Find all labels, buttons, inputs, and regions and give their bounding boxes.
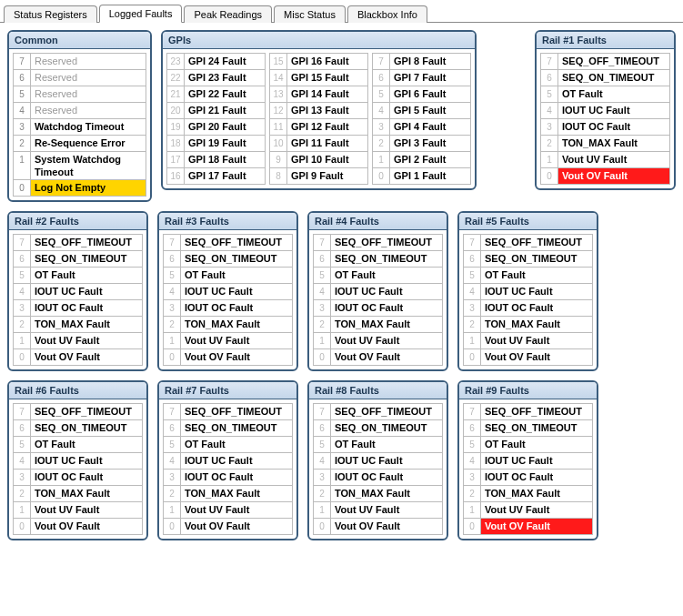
register-row[interactable]: 7SEQ_OFF_TIMEOUT [13, 234, 143, 251]
register-row[interactable]: 21GPI 22 Fault [166, 86, 266, 103]
register-row[interactable]: 5OT Fault [313, 436, 443, 453]
register-row[interactable]: 6SEQ_ON_TIMEOUT [540, 69, 670, 86]
register-row[interactable]: 16GPI 17 Fault [166, 167, 266, 185]
register-row[interactable]: 5Reserved [13, 86, 146, 103]
register-row[interactable]: 11GPI 12 Fault [269, 118, 368, 136]
tab-blackbox-info[interactable]: Blackbox Info [347, 5, 427, 23]
register-row[interactable]: 6SEQ_ON_TIMEOUT [463, 250, 593, 268]
register-row[interactable]: 6SEQ_ON_TIMEOUT [313, 419, 443, 437]
register-row[interactable]: 6SEQ_ON_TIMEOUT [163, 419, 293, 437]
register-row[interactable]: 3IOUT OC Fault [163, 469, 293, 486]
register-row[interactable]: 0Vout OV Fault [463, 518, 593, 535]
register-row[interactable]: 7SEQ_OFF_TIMEOUT [313, 234, 443, 251]
register-row[interactable]: 3IOUT OC Fault [540, 118, 670, 136]
register-row[interactable]: 4IOUT UC Fault [463, 283, 593, 300]
register-row[interactable]: 3IOUT OC Fault [463, 469, 593, 486]
register-row[interactable]: 0Vout OV Fault [313, 348, 443, 366]
register-row[interactable]: 1Vout UV Fault [163, 501, 293, 519]
register-row[interactable]: 1Vout UV Fault [13, 332, 143, 349]
tab-status-registers[interactable]: Status Registers [4, 5, 97, 23]
register-row[interactable]: 7Reserved [13, 53, 146, 70]
register-row[interactable]: 20GPI 21 Fault [166, 102, 266, 119]
register-row[interactable]: 7SEQ_OFF_TIMEOUT [163, 234, 293, 251]
register-row[interactable]: 2TON_MAX Fault [463, 485, 593, 502]
register-row[interactable]: 6SEQ_ON_TIMEOUT [313, 250, 443, 268]
register-row[interactable]: 6Reserved [13, 69, 146, 86]
register-row[interactable]: 22GPI 23 Fault [166, 69, 266, 86]
register-row[interactable]: 2TON_MAX Fault [163, 485, 293, 502]
register-row[interactable]: 3GPI 4 Fault [372, 118, 471, 136]
register-row[interactable]: 3IOUT OC Fault [313, 299, 443, 317]
register-row[interactable]: 0Vout OV Fault [163, 348, 293, 366]
register-row[interactable]: 1Vout UV Fault [313, 332, 443, 349]
register-row[interactable]: 1Vout UV Fault [540, 151, 670, 168]
tab-misc-status[interactable]: Misc Status [274, 5, 346, 23]
register-row[interactable]: 0Vout OV Fault [540, 167, 670, 185]
register-row[interactable]: 0Vout OV Fault [13, 518, 143, 535]
register-row[interactable]: 3IOUT OC Fault [13, 299, 143, 317]
register-row[interactable]: 4Reserved [13, 102, 146, 119]
register-row[interactable]: 3IOUT OC Fault [13, 469, 143, 486]
register-row[interactable]: 2TON_MAX Fault [13, 485, 143, 502]
register-row[interactable]: 1Vout UV Fault [163, 332, 293, 349]
register-row[interactable]: 5OT Fault [13, 436, 143, 453]
register-row[interactable]: 5GPI 6 Fault [372, 86, 471, 103]
register-row[interactable]: 0Vout OV Fault [463, 348, 593, 366]
register-row[interactable]: 2TON_MAX Fault [313, 316, 443, 333]
register-row[interactable]: 2TON_MAX Fault [313, 485, 443, 502]
register-row[interactable]: 13GPI 14 Fault [269, 86, 368, 103]
register-row[interactable]: 0Vout OV Fault [313, 518, 443, 535]
register-row[interactable]: 2TON_MAX Fault [163, 316, 293, 333]
register-row[interactable]: 0Log Not Empty [13, 179, 146, 197]
register-row[interactable]: 6GPI 7 Fault [372, 69, 471, 86]
register-row[interactable]: 2Re-Sequence Error [13, 135, 146, 152]
register-row[interactable]: 4IOUT UC Fault [463, 452, 593, 470]
register-row[interactable]: 9GPI 10 Fault [269, 151, 368, 168]
register-row[interactable]: 8GPI 9 Fault [269, 167, 368, 185]
register-row[interactable]: 7SEQ_OFF_TIMEOUT [313, 403, 443, 420]
register-row[interactable]: 4IOUT UC Fault [313, 283, 443, 300]
register-row[interactable]: 2TON_MAX Fault [540, 135, 670, 152]
register-row[interactable]: 1Vout UV Fault [313, 501, 443, 519]
register-row[interactable]: 7SEQ_OFF_TIMEOUT [13, 403, 143, 420]
register-row[interactable]: 5OT Fault [13, 267, 143, 284]
register-row[interactable]: 4IOUT UC Fault [163, 283, 293, 300]
register-row[interactable]: 4IOUT UC Fault [540, 102, 670, 119]
register-row[interactable]: 3IOUT OC Fault [463, 299, 593, 317]
register-row[interactable]: 12GPI 13 Fault [269, 102, 368, 119]
register-row[interactable]: 3IOUT OC Fault [163, 299, 293, 317]
register-row[interactable]: 18GPI 19 Fault [166, 135, 266, 152]
register-row[interactable]: 0GPI 1 Fault [372, 167, 471, 185]
register-row[interactable]: 15GPI 16 Fault [269, 53, 368, 70]
register-row[interactable]: 6SEQ_ON_TIMEOUT [13, 250, 143, 268]
register-row[interactable]: 17GPI 18 Fault [166, 151, 266, 168]
register-row[interactable]: 1System Watchdog Timeout [13, 151, 146, 180]
register-row[interactable]: 6SEQ_ON_TIMEOUT [163, 250, 293, 268]
register-row[interactable]: 5OT Fault [163, 267, 293, 284]
register-row[interactable]: 14GPI 15 Fault [269, 69, 368, 86]
register-row[interactable]: 4IOUT UC Fault [313, 452, 443, 470]
register-row[interactable]: 0Vout OV Fault [163, 518, 293, 535]
register-row[interactable]: 7SEQ_OFF_TIMEOUT [540, 53, 670, 70]
register-row[interactable]: 3Watchdog Timeout [13, 118, 146, 136]
register-row[interactable]: 5OT Fault [163, 436, 293, 453]
register-row[interactable]: 7SEQ_OFF_TIMEOUT [463, 403, 593, 420]
register-row[interactable]: 6SEQ_ON_TIMEOUT [13, 419, 143, 437]
register-row[interactable]: 3IOUT OC Fault [313, 469, 443, 486]
register-row[interactable]: 5OT Fault [313, 267, 443, 284]
register-row[interactable]: 6SEQ_ON_TIMEOUT [463, 419, 593, 437]
register-row[interactable]: 7SEQ_OFF_TIMEOUT [163, 403, 293, 420]
register-row[interactable]: 5OT Fault [540, 86, 670, 103]
register-row[interactable]: 1GPI 2 Fault [372, 151, 471, 168]
register-row[interactable]: 5OT Fault [463, 267, 593, 284]
register-row[interactable]: 4IOUT UC Fault [13, 452, 143, 470]
register-row[interactable]: 0Vout OV Fault [13, 348, 143, 366]
tab-peak-readings[interactable]: Peak Readings [184, 5, 272, 23]
register-row[interactable]: 2TON_MAX Fault [13, 316, 143, 333]
register-row[interactable]: 23GPI 24 Fault [166, 53, 266, 70]
register-row[interactable]: 10GPI 11 Fault [269, 135, 368, 152]
register-row[interactable]: 4IOUT UC Fault [13, 283, 143, 300]
register-row[interactable]: 5OT Fault [463, 436, 593, 453]
tab-logged-faults[interactable]: Logged Faults [99, 5, 183, 23]
register-row[interactable]: 4IOUT UC Fault [163, 452, 293, 470]
